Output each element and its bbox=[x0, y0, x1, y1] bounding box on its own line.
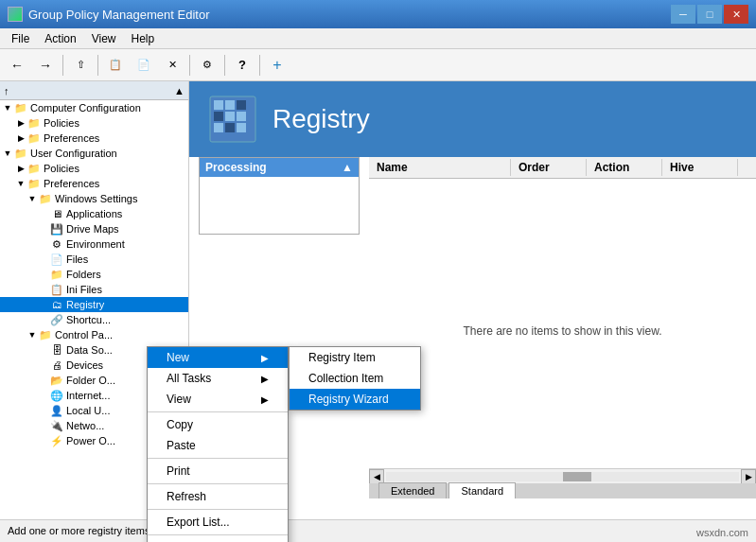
menu-file[interactable]: File bbox=[4, 30, 37, 47]
submenu-registry-wizard[interactable]: Registry Wizard bbox=[290, 389, 420, 410]
tree-label: Preferences bbox=[44, 178, 99, 189]
tree-item-user-config[interactable]: ▼ 📁 User Configuration bbox=[0, 146, 188, 161]
tree-label: Drive Maps bbox=[66, 223, 119, 235]
expand-icon[interactable]: ▶ bbox=[15, 164, 26, 173]
tree-label: Ini Files bbox=[66, 284, 102, 295]
tree-label: Devices bbox=[66, 359, 103, 371]
ctx-copy[interactable]: Copy bbox=[148, 414, 288, 435]
svg-rect-3 bbox=[237, 100, 246, 110]
tree-item-prefs2[interactable]: ▼ 📁 Preferences bbox=[0, 176, 188, 191]
up-button[interactable]: ⇧ bbox=[67, 53, 94, 78]
tree-item-prefs1[interactable]: ▶ 📁 Preferences bbox=[0, 131, 188, 146]
app-icon bbox=[8, 7, 23, 22]
expand-icon[interactable]: ▶ bbox=[15, 133, 26, 143]
processing-content bbox=[200, 177, 359, 234]
tree-item-ini-files[interactable]: 📋 Ini Files bbox=[0, 282, 188, 297]
ctx-new[interactable]: New ▶ bbox=[148, 347, 288, 368]
folder-icon: 📁 bbox=[38, 192, 53, 205]
tree-label: Control Pa... bbox=[55, 329, 113, 341]
tab-standard[interactable]: Standard bbox=[448, 482, 516, 498]
ctx-new-label: New bbox=[167, 351, 189, 364]
minimize-button[interactable]: ─ bbox=[671, 5, 695, 24]
submenu-collection-item[interactable]: Collection Item bbox=[290, 368, 420, 389]
help-toolbar-button[interactable]: ? bbox=[229, 53, 255, 78]
expand-icon[interactable]: ▼ bbox=[2, 149, 13, 158]
tree-item-policies1[interactable]: ▶ 📁 Policies bbox=[0, 115, 188, 131]
scroll-thumb[interactable] bbox=[563, 472, 591, 481]
tree-item-folders[interactable]: 📁 Folders bbox=[0, 267, 188, 282]
processing-header: Processing ▲ bbox=[200, 158, 359, 177]
detail-table-header: Name Order Action Hive bbox=[369, 157, 756, 179]
tree-label: Files bbox=[66, 254, 88, 265]
tree-item-shortcuts[interactable]: 🔗 Shortcu... bbox=[0, 312, 188, 327]
tree-item-applications[interactable]: 🖥 Applications bbox=[0, 206, 188, 221]
properties-button[interactable]: ⚙ bbox=[194, 53, 220, 78]
expand-icon[interactable]: ▶ bbox=[15, 118, 26, 128]
ctx-refresh[interactable]: Refresh bbox=[148, 486, 288, 507]
menu-bar: File Action View Help bbox=[0, 28, 756, 49]
paste-button[interactable]: 📄 bbox=[131, 53, 157, 78]
sep4 bbox=[224, 55, 225, 76]
tabs-container: Extended Standard bbox=[369, 483, 756, 498]
app-item-icon: 🖥 bbox=[49, 207, 64, 220]
main-window: Group Policy Management Editor ─ □ ✕ Fil… bbox=[0, 0, 756, 542]
tree-item-win-settings[interactable]: ▼ 📁 Windows Settings bbox=[0, 191, 188, 206]
tree-item-drive-maps[interactable]: 💾 Drive Maps bbox=[0, 221, 188, 236]
submenu-registry-item[interactable]: Registry Item bbox=[290, 347, 420, 368]
forward-button[interactable]: → bbox=[32, 53, 59, 78]
status-text: Add one or more registry items. bbox=[8, 525, 152, 536]
tree-item-computer-config[interactable]: ▼ 📁 Computer Configuration bbox=[0, 100, 188, 115]
copy-button[interactable]: 📋 bbox=[102, 53, 129, 78]
sep5 bbox=[259, 55, 260, 76]
folder-icon: 📁 bbox=[26, 162, 42, 175]
svg-rect-4 bbox=[214, 112, 223, 121]
tree-item-registry[interactable]: 🗂 Registry bbox=[0, 297, 188, 312]
processing-label: Processing bbox=[205, 161, 267, 174]
svg-rect-9 bbox=[237, 123, 246, 132]
tab-extended[interactable]: Extended bbox=[378, 482, 447, 498]
back-button[interactable]: ← bbox=[4, 53, 30, 78]
ctx-paste[interactable]: Paste bbox=[148, 435, 288, 456]
ctx-view[interactable]: View ▶ bbox=[148, 389, 288, 410]
scroll-track[interactable] bbox=[386, 472, 739, 481]
ctx-sep5 bbox=[148, 534, 288, 535]
processing-collapse[interactable]: ▲ bbox=[342, 161, 353, 174]
tree-label: Policies bbox=[44, 117, 79, 129]
expand-icon[interactable]: ▼ bbox=[26, 330, 38, 340]
menu-help[interactable]: Help bbox=[124, 30, 163, 47]
scroll-right-arrow[interactable]: ▶ bbox=[741, 469, 756, 484]
expand-icon[interactable]: ▼ bbox=[26, 194, 38, 203]
collapse-icon[interactable]: ▲ bbox=[174, 85, 185, 96]
ctx-all-tasks[interactable]: All Tasks ▶ bbox=[148, 368, 288, 389]
tree-label: Applications bbox=[66, 208, 122, 219]
tree-item-environment[interactable]: ⚙ Environment bbox=[0, 236, 188, 252]
ctx-print[interactable]: Print bbox=[148, 461, 288, 481]
tree-item-files[interactable]: 📄 Files bbox=[0, 252, 188, 267]
tree-item-policies2[interactable]: ▶ 📁 Policies bbox=[0, 161, 188, 176]
item-icon: 📂 bbox=[49, 374, 64, 387]
expand-icon[interactable]: ▼ bbox=[15, 179, 26, 188]
expand-icon[interactable]: ▼ bbox=[2, 103, 13, 113]
new-button[interactable]: + bbox=[264, 53, 290, 78]
menu-view[interactable]: View bbox=[84, 30, 124, 47]
tree-label: Computer Configuration bbox=[30, 102, 141, 114]
svg-rect-6 bbox=[237, 112, 246, 121]
close-button[interactable]: ✕ bbox=[724, 5, 748, 24]
menu-action[interactable]: Action bbox=[37, 30, 83, 47]
item-icon: 🗄 bbox=[49, 343, 64, 357]
title-bar: Group Policy Management Editor ─ □ ✕ bbox=[0, 0, 756, 28]
maximize-button[interactable]: □ bbox=[697, 5, 722, 24]
title-bar-left: Group Policy Management Editor bbox=[8, 7, 209, 22]
ctx-sep1 bbox=[148, 411, 288, 412]
delete-button[interactable]: ✕ bbox=[159, 53, 185, 78]
ctx-export[interactable]: Export List... bbox=[148, 512, 288, 533]
col-hive: Hive bbox=[662, 159, 738, 176]
ctx-arrow-view: ▶ bbox=[261, 394, 269, 405]
ctx-help[interactable]: Help bbox=[148, 537, 288, 542]
tree-label: Preferences bbox=[44, 132, 99, 144]
h-scrollbar[interactable]: ◀ ▶ bbox=[369, 468, 756, 483]
tree-item-control-panel[interactable]: ▼ 📁 Control Pa... bbox=[0, 327, 188, 342]
item-icon: 🔗 bbox=[49, 313, 64, 326]
status-bar: Add one or more registry items. bbox=[0, 519, 756, 540]
svg-rect-5 bbox=[225, 112, 235, 121]
